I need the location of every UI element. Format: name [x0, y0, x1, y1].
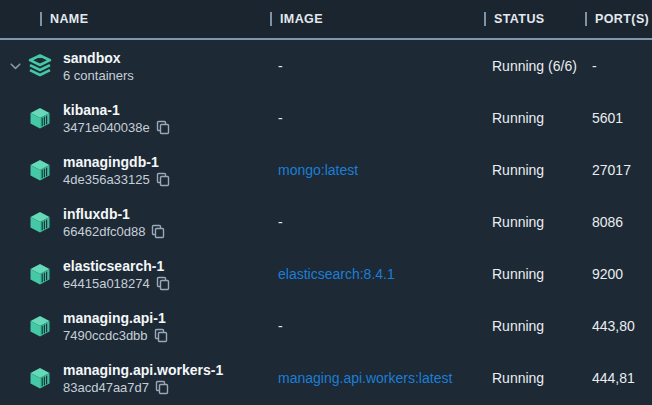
name-cell: managingdb-1 4de356a33125: [0, 153, 270, 188]
row-ports: 444,81: [585, 370, 652, 386]
row-status: Running (6/6): [484, 58, 585, 74]
table-row[interactable]: influxdb-1 66462dfc0d88 - Running 8086: [0, 196, 652, 248]
row-image[interactable]: elasticsearch:8.4.1: [270, 266, 484, 282]
row-name: managing.api.workers-1: [63, 361, 223, 379]
row-ports: 27017: [585, 162, 652, 178]
row-status: Running: [484, 214, 585, 230]
copy-button[interactable]: [156, 120, 170, 135]
row-subtext: 6 containers: [63, 67, 134, 84]
sub-line: 66462dfc0d88: [63, 223, 165, 240]
name-cell: managing.api.workers-1 83acd47aa7d7: [0, 361, 270, 396]
expander-slot: [10, 375, 28, 382]
name-block: kibana-1 3471e040038e: [63, 101, 170, 136]
row-image: -: [270, 318, 484, 334]
compose-stack-icon: [28, 54, 52, 78]
row-status: Running: [484, 370, 585, 386]
copy-button[interactable]: [156, 172, 170, 187]
sub-line: 7490ccdc3dbb: [63, 327, 168, 344]
copy-icon: [155, 380, 169, 395]
expander-slot: [10, 63, 28, 70]
row-ports: 443,80: [585, 318, 652, 334]
table-row[interactable]: managing.api-1 7490ccdc3dbb - Running 44…: [0, 300, 652, 352]
copy-button[interactable]: [151, 224, 165, 239]
column-label-status: STATUS: [494, 12, 545, 26]
chevron-down-icon[interactable]: [10, 63, 21, 70]
column-divider: [484, 12, 486, 26]
copy-icon: [154, 328, 168, 343]
column-header-ports[interactable]: PORT(S): [585, 0, 652, 38]
row-image[interactable]: managing.api.workers:latest: [270, 370, 484, 386]
expander-slot: [10, 167, 28, 174]
column-header-image[interactable]: IMAGE: [270, 0, 484, 38]
row-subtext: 3471e040038e: [63, 119, 150, 136]
table-header: NAME IMAGE STATUS PORT(S): [0, 0, 652, 40]
table-row[interactable]: managingdb-1 4de356a33125 mongo:latest R…: [0, 144, 652, 196]
sub-line: e4415a018274: [63, 275, 170, 292]
container-icon: [28, 158, 52, 182]
expander-slot: [10, 115, 28, 122]
table-row[interactable]: elasticsearch-1 e4415a018274 elasticsear…: [0, 248, 652, 300]
copy-icon: [156, 172, 170, 187]
table-body: sandbox 6 containers - Running (6/6) -: [0, 40, 652, 405]
column-label-image: IMAGE: [280, 12, 323, 26]
expander-slot: [10, 271, 28, 278]
row-ports: -: [585, 58, 652, 74]
container-icon: [28, 262, 52, 286]
row-name: managing.api-1: [63, 309, 168, 327]
copy-button[interactable]: [156, 276, 170, 291]
sub-line: 83acd47aa7d7: [63, 379, 223, 396]
table-row[interactable]: sandbox 6 containers - Running (6/6) -: [0, 40, 652, 92]
row-status: Running: [484, 318, 585, 334]
expander-slot: [10, 323, 28, 330]
row-ports: 8086: [585, 214, 652, 230]
name-cell: managing.api-1 7490ccdc3dbb: [0, 309, 270, 344]
row-image: -: [270, 214, 484, 230]
sub-line: 4de356a33125: [63, 171, 170, 188]
row-subtext: 83acd47aa7d7: [63, 379, 149, 396]
row-subtext: 66462dfc0d88: [63, 223, 145, 240]
name-block: managing.api.workers-1 83acd47aa7d7: [63, 361, 223, 396]
row-status: Running: [484, 266, 585, 282]
name-block: elasticsearch-1 e4415a018274: [63, 257, 170, 292]
container-icon: [28, 210, 52, 234]
row-name: elasticsearch-1: [63, 257, 170, 275]
column-header-name[interactable]: NAME: [0, 0, 270, 38]
copy-button[interactable]: [154, 328, 168, 343]
row-status: Running: [484, 110, 585, 126]
row-name: sandbox: [63, 49, 134, 67]
column-divider: [270, 12, 272, 26]
name-block: managing.api-1 7490ccdc3dbb: [63, 309, 168, 344]
copy-button[interactable]: [155, 380, 169, 395]
column-label-name: NAME: [50, 12, 88, 26]
column-divider: [40, 12, 42, 26]
name-cell: elasticsearch-1 e4415a018274: [0, 257, 270, 292]
name-block: managingdb-1 4de356a33125: [63, 153, 170, 188]
container-icon: [28, 366, 52, 390]
row-image: -: [270, 110, 484, 126]
row-name: managingdb-1: [63, 153, 170, 171]
copy-icon: [156, 120, 170, 135]
name-cell: sandbox 6 containers: [0, 49, 270, 84]
expander-slot: [10, 219, 28, 226]
copy-icon: [151, 224, 165, 239]
name-block: influxdb-1 66462dfc0d88: [63, 205, 165, 240]
column-label-ports: PORT(S): [595, 12, 649, 26]
table-row[interactable]: kibana-1 3471e040038e - Running 5601: [0, 92, 652, 144]
name-cell: influxdb-1 66462dfc0d88: [0, 205, 270, 240]
sub-line: 3471e040038e: [63, 119, 170, 136]
table-row[interactable]: managing.api.workers-1 83acd47aa7d7 mana…: [0, 352, 652, 404]
column-header-status[interactable]: STATUS: [484, 0, 585, 38]
container-icon: [28, 106, 52, 130]
container-icon: [28, 314, 52, 338]
containers-table: NAME IMAGE STATUS PORT(S): [0, 0, 652, 405]
row-image[interactable]: mongo:latest: [270, 162, 484, 178]
row-ports: 5601: [585, 110, 652, 126]
row-subtext: e4415a018274: [63, 275, 150, 292]
copy-icon: [156, 276, 170, 291]
sub-line: 6 containers: [63, 67, 134, 84]
name-cell: kibana-1 3471e040038e: [0, 101, 270, 136]
name-block: sandbox 6 containers: [63, 49, 134, 84]
row-name: kibana-1: [63, 101, 170, 119]
row-subtext: 4de356a33125: [63, 171, 150, 188]
row-image: -: [270, 58, 484, 74]
